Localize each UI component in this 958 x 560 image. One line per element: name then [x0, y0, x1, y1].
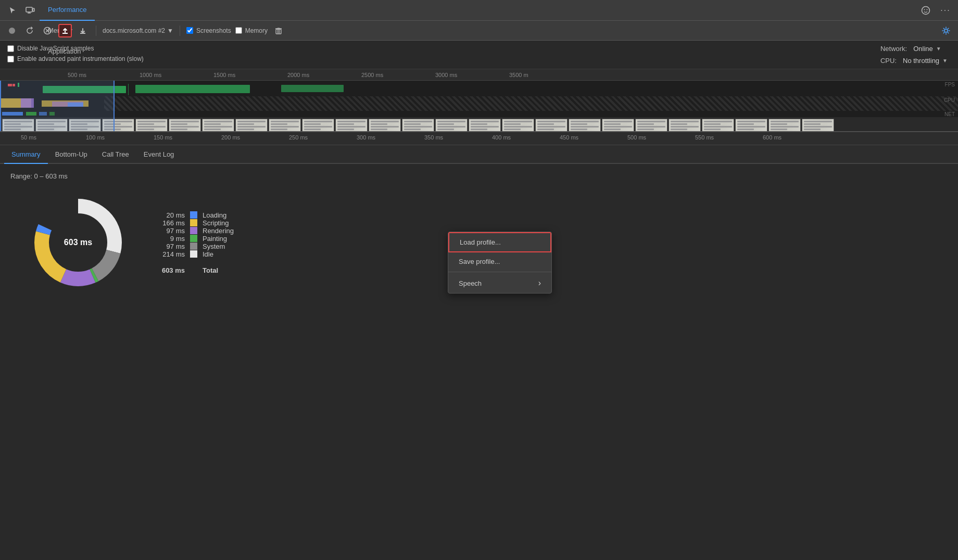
screenshot-thumb — [269, 119, 301, 132]
legend-color — [190, 211, 197, 219]
svg-rect-24 — [135, 85, 250, 93]
svg-rect-30 — [68, 103, 83, 107]
cpu-value: No throttling — [903, 57, 939, 65]
legend-color — [190, 219, 197, 226]
disable-js-samples-checkbox[interactable] — [7, 45, 14, 52]
legend-color — [190, 250, 197, 258]
options-panel: Disable JavaScript samples Enable advanc… — [0, 41, 870, 69]
main-content: Range: 0 – 603 ms — [0, 164, 958, 559]
legend-item: 20 ms Loading — [156, 211, 234, 219]
enable-advanced-paint-text: Enable advanced paint instrumentation (s… — [17, 55, 144, 62]
context-menu-label: Save profile... — [459, 258, 500, 265]
detail-tick-350: 350 ms — [424, 134, 443, 141]
svg-rect-32 — [26, 112, 36, 116]
donut-center-label: 603 ms — [64, 238, 92, 247]
context-menu-items: Load profile...Save profile...Speech› — [448, 232, 551, 293]
clear-button[interactable] — [41, 24, 54, 37]
svg-rect-33 — [39, 112, 47, 116]
legend-ms: 97 ms — [156, 227, 185, 235]
screenshot-thumb — [569, 119, 601, 132]
legend-item: 97 ms System — [156, 243, 234, 250]
tab-bottom-up[interactable]: Bottom-Up — [48, 145, 95, 164]
separator-2 — [180, 26, 180, 36]
ruler-tick-500: 500 ms — [68, 69, 86, 81]
screenshot-thumb — [435, 119, 468, 132]
legend-item: 97 ms Rendering — [156, 227, 234, 235]
ruler-tick-3000: 3000 ms — [435, 69, 457, 81]
profile-selector[interactable]: docs.microsoft.com #2 ▼ — [103, 27, 173, 34]
tab-event-log[interactable]: Event Log — [136, 145, 182, 164]
svg-point-18 — [944, 29, 948, 32]
context-menu-label: Load profile... — [460, 238, 501, 246]
svg-rect-20 — [12, 84, 15, 86]
cpu-dropdown-arrow[interactable]: ▼ — [942, 58, 948, 63]
total-row: 603 ms Total — [156, 266, 234, 274]
context-menu-item-load-profile[interactable]: Load profile... — [448, 232, 551, 252]
ruler-tick-3500: 3500 m — [509, 69, 528, 81]
enable-advanced-paint-label[interactable]: Enable advanced paint instrumentation (s… — [7, 55, 863, 62]
screenshot-thumb — [69, 119, 101, 132]
legend-color — [190, 235, 197, 242]
detail-tick-400: 400 ms — [492, 134, 511, 141]
legend-label: System — [203, 243, 225, 250]
profile-dropdown-arrow[interactable]: ▼ — [167, 27, 173, 34]
detail-tick-450: 450 ms — [560, 134, 578, 141]
cursor-icon[interactable] — [4, 2, 21, 19]
tab-call-tree[interactable]: Call Tree — [95, 145, 136, 164]
screenshot-thumb — [735, 119, 767, 132]
profile-name: docs.microsoft.com #2 — [103, 27, 165, 34]
context-menu-divider — [448, 272, 551, 272]
legend-label: Idle — [203, 250, 213, 258]
svg-point-4 — [922, 6, 930, 14]
more-icon[interactable]: ··· — [937, 2, 954, 19]
nav-right-icons: ··· — [917, 2, 954, 19]
context-menu-item-save-profile[interactable]: Save profile... — [448, 252, 551, 271]
screenshot-thumb — [369, 119, 401, 132]
enable-advanced-paint-checkbox[interactable] — [7, 56, 14, 62]
svg-point-7 — [9, 28, 15, 34]
nav-tab-performance[interactable]: Performance — [40, 0, 95, 21]
timeline-overview[interactable]: 500 ms 1000 ms 1500 ms 2000 ms 2500 ms 3… — [0, 69, 958, 132]
legend-ms: 166 ms — [156, 219, 185, 227]
legend-ms: 9 ms — [156, 235, 185, 243]
cpu-dropdown-group: CPU: No throttling ▼ — [880, 57, 948, 65]
trash-button[interactable] — [272, 24, 285, 37]
detail-tick-150: 150 ms — [154, 134, 172, 141]
detail-tick-550: 550 ms — [695, 134, 714, 141]
refresh-button[interactable] — [23, 24, 36, 37]
smiley-icon[interactable] — [917, 2, 934, 19]
cpu-hatch — [104, 96, 958, 111]
legend-color — [190, 227, 197, 234]
screenshots-label: Screenshots — [196, 27, 231, 34]
svg-rect-22 — [43, 86, 126, 93]
detail-tick-50: 50 ms — [21, 134, 36, 141]
tab-summary[interactable]: Summary — [4, 145, 48, 164]
toolbar: docs.microsoft.com #2 ▼ Screenshots Memo… — [0, 21, 958, 41]
screenshot-thumbs — [2, 119, 834, 132]
screenshots-checkbox-label[interactable]: Screenshots — [186, 27, 231, 34]
screenshot-thumb — [502, 119, 534, 132]
legend: 20 ms Loading 166 ms Scripting 97 ms Ren… — [156, 211, 234, 274]
download-button[interactable] — [76, 24, 90, 37]
memory-checkbox[interactable] — [235, 27, 242, 34]
cpu-label: CPU: — [880, 57, 897, 65]
screenshot-thumb — [235, 119, 268, 132]
settings-button[interactable] — [939, 24, 953, 37]
screenshots-checkbox[interactable] — [186, 27, 193, 34]
device-icon[interactable] — [22, 2, 39, 19]
net-bar: NET — [0, 111, 958, 117]
ruler-tick-1500: 1500 ms — [213, 69, 235, 81]
network-dropdown-arrow[interactable]: ▼ — [936, 46, 941, 52]
screenshot-thumb — [102, 119, 134, 132]
record-button[interactable] — [5, 24, 19, 37]
context-menu-item-speech[interactable]: Speech› — [448, 273, 551, 293]
svg-rect-19 — [8, 84, 12, 86]
memory-checkbox-label[interactable]: Memory — [235, 27, 268, 34]
network-cpu-options: Network: Online ▼ CPU: No throttling ▼ — [870, 41, 958, 69]
disable-js-samples-label[interactable]: Disable JavaScript samples — [7, 45, 863, 52]
network-dropdown-group: Network: Online ▼ — [880, 45, 948, 53]
svg-point-6 — [927, 9, 928, 10]
range-text: Range: 0 – 603 ms — [10, 172, 948, 180]
donut-chart: 603 ms — [31, 196, 125, 289]
upload-button[interactable] — [58, 24, 72, 37]
